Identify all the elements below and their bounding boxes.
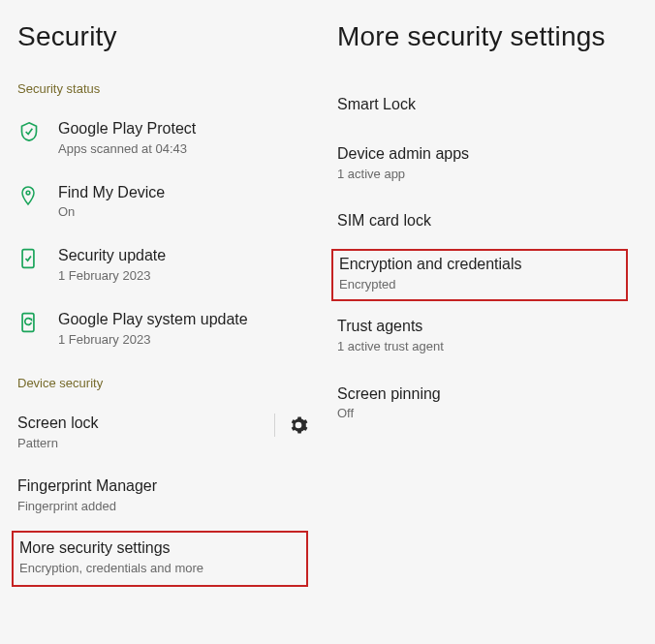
item-title: Smart Lock bbox=[337, 95, 638, 115]
item-title: Find My Device bbox=[58, 183, 312, 203]
item-subtitle: Encrypted bbox=[339, 277, 620, 293]
item-encryption-credentials[interactable]: Encryption and credentials Encrypted bbox=[339, 255, 620, 293]
item-title: SIM card lock bbox=[337, 211, 638, 231]
item-subtitle: Encryption, credentials and more bbox=[19, 561, 300, 577]
item-subtitle: 1 February 2023 bbox=[58, 268, 312, 285]
page-title-more-security: More security settings bbox=[337, 21, 638, 52]
location-pin-icon bbox=[19, 183, 58, 206]
phone-check-icon bbox=[19, 246, 58, 269]
item-sim-card-lock[interactable]: SIM card lock bbox=[337, 198, 638, 247]
section-security-status: Security status bbox=[17, 81, 312, 96]
item-subtitle: On bbox=[58, 204, 312, 221]
item-subtitle: 1 active trust agent bbox=[337, 339, 638, 355]
item-find-my-device[interactable]: Find My Device On bbox=[17, 171, 312, 235]
item-screen-lock[interactable]: Screen lock Pattern bbox=[17, 402, 312, 466]
vertical-divider bbox=[274, 414, 275, 437]
item-subtitle: Fingerprint added bbox=[17, 499, 312, 515]
item-title: Trust agents bbox=[337, 317, 638, 337]
item-title: Screen lock bbox=[17, 414, 266, 434]
more-security-settings-panel: More security settings Smart Lock Device… bbox=[329, 0, 655, 644]
highlight-encryption-credentials: Encryption and credentials Encrypted bbox=[331, 249, 628, 301]
svg-rect-1 bbox=[22, 250, 34, 268]
item-fingerprint-manager[interactable]: Fingerprint Manager Fingerprint added bbox=[17, 465, 312, 529]
item-trust-agents[interactable]: Trust agents 1 active trust agent bbox=[337, 303, 638, 371]
item-google-play-protect[interactable]: Google Play Protect Apps scanned at 04:4… bbox=[17, 107, 312, 171]
security-panel: Security Security status Google Play Pro… bbox=[0, 0, 329, 644]
item-smart-lock[interactable]: Smart Lock bbox=[337, 81, 638, 131]
item-title: Security update bbox=[58, 246, 312, 266]
item-device-admin-apps[interactable]: Device admin apps 1 active app bbox=[337, 131, 638, 199]
svg-rect-2 bbox=[22, 314, 34, 332]
item-google-play-system-update[interactable]: Google Play system update 1 February 202… bbox=[17, 298, 312, 362]
item-security-update[interactable]: Security update 1 February 2023 bbox=[17, 234, 312, 298]
highlight-more-security-settings: More security settings Encryption, crede… bbox=[12, 531, 308, 587]
section-device-security: Device security bbox=[17, 376, 312, 390]
item-subtitle: Apps scanned at 04:43 bbox=[58, 141, 312, 158]
item-title: Screen pinning bbox=[337, 384, 638, 405]
phone-refresh-icon bbox=[19, 310, 58, 333]
item-title: More security settings bbox=[19, 538, 300, 559]
gear-icon[interactable] bbox=[289, 415, 308, 435]
item-title: Encryption and credentials bbox=[339, 255, 620, 275]
page-title-security: Security bbox=[17, 21, 312, 52]
item-screen-pinning[interactable]: Screen pinning Off bbox=[337, 371, 638, 439]
item-title: Fingerprint Manager bbox=[17, 476, 312, 497]
item-title: Google Play Protect bbox=[58, 119, 312, 139]
item-title: Device admin apps bbox=[337, 144, 638, 165]
item-subtitle: 1 active app bbox=[337, 167, 638, 183]
svg-point-0 bbox=[26, 191, 30, 195]
item-title: Google Play system update bbox=[58, 310, 312, 330]
item-subtitle: 1 February 2023 bbox=[58, 332, 312, 349]
shield-check-icon bbox=[19, 119, 58, 142]
item-more-security-settings[interactable]: More security settings Encryption, crede… bbox=[19, 538, 300, 577]
item-subtitle: Off bbox=[337, 406, 638, 422]
item-subtitle: Pattern bbox=[17, 436, 266, 452]
